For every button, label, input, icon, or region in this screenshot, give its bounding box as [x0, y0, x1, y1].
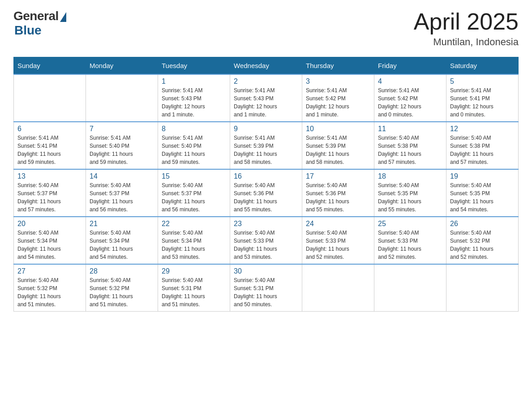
- calendar-cell: 18Sunrise: 5:40 AMSunset: 5:35 PMDayligh…: [374, 169, 446, 217]
- calendar-cell: 3Sunrise: 5:41 AMSunset: 5:42 PMDaylight…: [302, 74, 374, 122]
- day-number: 30: [234, 267, 298, 275]
- logo-blue-text: Blue: [14, 23, 42, 38]
- day-info: Sunrise: 5:40 AMSunset: 5:32 PMDaylight:…: [17, 276, 82, 308]
- day-info: Sunrise: 5:40 AMSunset: 5:35 PMDaylight:…: [378, 181, 442, 214]
- calendar-cell: 10Sunrise: 5:41 AMSunset: 5:39 PMDayligh…: [302, 122, 374, 169]
- day-number: 16: [234, 172, 298, 180]
- calendar-cell: 16Sunrise: 5:40 AMSunset: 5:36 PMDayligh…: [230, 169, 302, 217]
- day-info: Sunrise: 5:40 AMSunset: 5:33 PMDaylight:…: [234, 229, 298, 261]
- calendar-cell: 27Sunrise: 5:40 AMSunset: 5:32 PMDayligh…: [14, 264, 86, 312]
- calendar-cell: [446, 264, 519, 312]
- day-number: 14: [90, 172, 154, 180]
- day-info: Sunrise: 5:40 AMSunset: 5:34 PMDaylight:…: [162, 229, 226, 261]
- day-number: 19: [450, 172, 515, 180]
- calendar-table: SundayMondayTuesdayWednesdayThursdayFrid…: [13, 57, 519, 312]
- day-info: Sunrise: 5:40 AMSunset: 5:33 PMDaylight:…: [306, 229, 370, 261]
- calendar-cell: 20Sunrise: 5:40 AMSunset: 5:34 PMDayligh…: [14, 217, 86, 264]
- calendar-cell: [14, 74, 86, 122]
- location-subtitle: Muntilan, Indonesia: [414, 36, 519, 48]
- weekday-header-monday: Monday: [86, 57, 158, 75]
- weekday-header-thursday: Thursday: [302, 57, 374, 75]
- title-section: April 2025 Muntilan, Indonesia: [414, 9, 519, 48]
- day-number: 9: [234, 125, 298, 133]
- day-number: 12: [450, 125, 515, 133]
- day-info: Sunrise: 5:40 AMSunset: 5:38 PMDaylight:…: [378, 134, 442, 166]
- day-info: Sunrise: 5:41 AMSunset: 5:40 PMDaylight:…: [90, 134, 154, 166]
- calendar-week-row: 1Sunrise: 5:41 AMSunset: 5:43 PMDaylight…: [14, 74, 519, 122]
- weekday-header-row: SundayMondayTuesdayWednesdayThursdayFrid…: [14, 57, 519, 75]
- calendar-cell: 15Sunrise: 5:40 AMSunset: 5:37 PMDayligh…: [158, 169, 230, 217]
- page-header: General Blue April 2025 Muntilan, Indone…: [13, 9, 519, 48]
- calendar-cell: 21Sunrise: 5:40 AMSunset: 5:34 PMDayligh…: [86, 217, 158, 264]
- day-number: 20: [17, 220, 82, 228]
- day-number: 23: [234, 220, 298, 228]
- day-info: Sunrise: 5:40 AMSunset: 5:37 PMDaylight:…: [90, 181, 154, 214]
- calendar-cell: 30Sunrise: 5:40 AMSunset: 5:31 PMDayligh…: [230, 264, 302, 312]
- day-number: 4: [378, 77, 442, 86]
- day-info: Sunrise: 5:41 AMSunset: 5:43 PMDaylight:…: [234, 86, 298, 119]
- day-info: Sunrise: 5:40 AMSunset: 5:32 PMDaylight:…: [90, 276, 154, 308]
- calendar-cell: 25Sunrise: 5:40 AMSunset: 5:33 PMDayligh…: [374, 217, 446, 264]
- calendar-cell: 11Sunrise: 5:40 AMSunset: 5:38 PMDayligh…: [374, 122, 446, 169]
- day-number: 29: [162, 267, 226, 275]
- day-info: Sunrise: 5:40 AMSunset: 5:37 PMDaylight:…: [162, 181, 226, 214]
- day-info: Sunrise: 5:40 AMSunset: 5:34 PMDaylight:…: [90, 229, 154, 261]
- day-number: 7: [90, 125, 154, 133]
- calendar-cell: 13Sunrise: 5:40 AMSunset: 5:37 PMDayligh…: [14, 169, 86, 217]
- day-info: Sunrise: 5:41 AMSunset: 5:39 PMDaylight:…: [306, 134, 370, 166]
- day-number: 26: [450, 220, 515, 228]
- calendar-cell: 24Sunrise: 5:40 AMSunset: 5:33 PMDayligh…: [302, 217, 374, 264]
- day-info: Sunrise: 5:41 AMSunset: 5:39 PMDaylight:…: [234, 134, 298, 166]
- day-info: Sunrise: 5:40 AMSunset: 5:36 PMDaylight:…: [234, 181, 298, 214]
- weekday-header-saturday: Saturday: [446, 57, 519, 75]
- day-number: 27: [17, 267, 82, 275]
- day-info: Sunrise: 5:40 AMSunset: 5:37 PMDaylight:…: [17, 181, 82, 214]
- day-info: Sunrise: 5:41 AMSunset: 5:41 PMDaylight:…: [17, 134, 82, 166]
- day-number: 28: [90, 267, 154, 275]
- calendar-cell: 4Sunrise: 5:41 AMSunset: 5:42 PMDaylight…: [374, 74, 446, 122]
- logo: General Blue: [13, 9, 66, 38]
- calendar-cell: 17Sunrise: 5:40 AMSunset: 5:36 PMDayligh…: [302, 169, 374, 217]
- day-number: 1: [162, 77, 226, 86]
- calendar-cell: 23Sunrise: 5:40 AMSunset: 5:33 PMDayligh…: [230, 217, 302, 264]
- logo-triangle-icon: [60, 12, 66, 22]
- day-info: Sunrise: 5:40 AMSunset: 5:31 PMDaylight:…: [234, 276, 298, 308]
- day-number: 21: [90, 220, 154, 228]
- day-number: 8: [162, 125, 226, 133]
- day-number: 17: [306, 172, 370, 180]
- day-info: Sunrise: 5:41 AMSunset: 5:43 PMDaylight:…: [162, 86, 226, 119]
- day-number: 15: [162, 172, 226, 180]
- calendar-cell: 2Sunrise: 5:41 AMSunset: 5:43 PMDaylight…: [230, 74, 302, 122]
- day-number: 6: [17, 125, 82, 133]
- calendar-cell: 7Sunrise: 5:41 AMSunset: 5:40 PMDaylight…: [86, 122, 158, 169]
- calendar-cell: 14Sunrise: 5:40 AMSunset: 5:37 PMDayligh…: [86, 169, 158, 217]
- calendar-cell: 5Sunrise: 5:41 AMSunset: 5:41 PMDaylight…: [446, 74, 519, 122]
- calendar-cell: 19Sunrise: 5:40 AMSunset: 5:35 PMDayligh…: [446, 169, 519, 217]
- day-info: Sunrise: 5:40 AMSunset: 5:34 PMDaylight:…: [17, 229, 82, 261]
- day-number: 11: [378, 125, 442, 133]
- calendar-cell: 9Sunrise: 5:41 AMSunset: 5:39 PMDaylight…: [230, 122, 302, 169]
- calendar-week-row: 27Sunrise: 5:40 AMSunset: 5:32 PMDayligh…: [14, 264, 519, 312]
- day-number: 3: [306, 77, 370, 86]
- weekday-header-tuesday: Tuesday: [158, 57, 230, 75]
- calendar-cell: 8Sunrise: 5:41 AMSunset: 5:40 PMDaylight…: [158, 122, 230, 169]
- calendar-cell: 26Sunrise: 5:40 AMSunset: 5:32 PMDayligh…: [446, 217, 519, 264]
- day-info: Sunrise: 5:41 AMSunset: 5:41 PMDaylight:…: [450, 86, 515, 119]
- calendar-cell: [374, 264, 446, 312]
- calendar-week-row: 20Sunrise: 5:40 AMSunset: 5:34 PMDayligh…: [14, 217, 519, 264]
- calendar-week-row: 6Sunrise: 5:41 AMSunset: 5:41 PMDaylight…: [14, 122, 519, 169]
- day-info: Sunrise: 5:40 AMSunset: 5:35 PMDaylight:…: [450, 181, 515, 214]
- day-info: Sunrise: 5:40 AMSunset: 5:36 PMDaylight:…: [306, 181, 370, 214]
- logo-general-text: General: [13, 9, 59, 23]
- day-number: 22: [162, 220, 226, 228]
- day-info: Sunrise: 5:41 AMSunset: 5:42 PMDaylight:…: [306, 86, 370, 119]
- day-number: 24: [306, 220, 370, 228]
- day-info: Sunrise: 5:40 AMSunset: 5:33 PMDaylight:…: [378, 229, 442, 261]
- weekday-header-friday: Friday: [374, 57, 446, 75]
- calendar-cell: 29Sunrise: 5:40 AMSunset: 5:31 PMDayligh…: [158, 264, 230, 312]
- day-number: 2: [234, 77, 298, 86]
- calendar-cell: 28Sunrise: 5:40 AMSunset: 5:32 PMDayligh…: [86, 264, 158, 312]
- day-info: Sunrise: 5:41 AMSunset: 5:40 PMDaylight:…: [162, 134, 226, 166]
- day-number: 25: [378, 220, 442, 228]
- weekday-header-sunday: Sunday: [14, 57, 86, 75]
